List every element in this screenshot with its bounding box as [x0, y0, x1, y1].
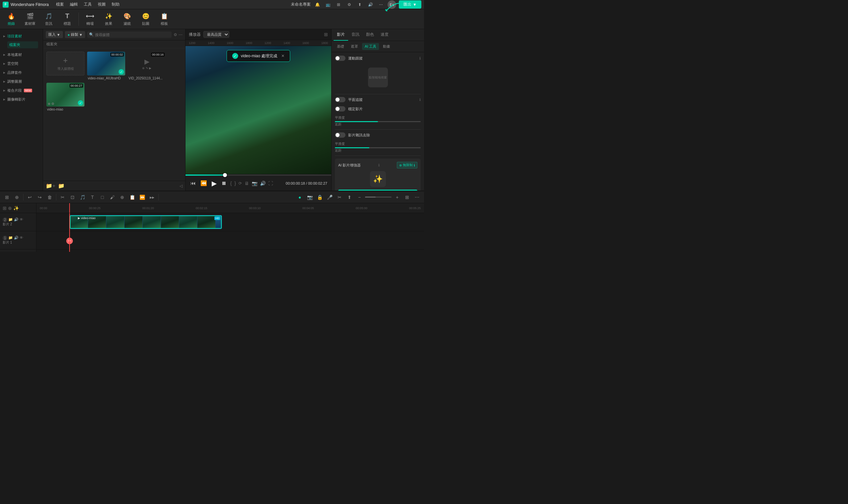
record-tl-button[interactable]: ●: [295, 193, 304, 201]
video2-eye-icon[interactable]: 👁: [20, 217, 23, 222]
screenshot-icon[interactable]: 📷: [252, 181, 257, 186]
tool-burn[interactable]: 🔥 燒錄: [3, 11, 20, 28]
sidebar-item-brand[interactable]: ▶ 品牌套件: [0, 68, 43, 77]
stop-button[interactable]: ⏹: [220, 179, 228, 187]
bracket-in[interactable]: {: [230, 181, 232, 186]
cam-button[interactable]: 📷: [306, 193, 314, 201]
copy-button[interactable]: ⊕: [118, 193, 126, 201]
layout-btn[interactable]: ⊞: [403, 193, 411, 201]
settings-icon[interactable]: ⚙: [345, 1, 353, 8]
record-button[interactable]: ● 錄製 ▼: [65, 31, 85, 38]
export-tl-button[interactable]: ⬆: [345, 193, 354, 201]
motion-tracking-info[interactable]: ℹ: [419, 56, 421, 60]
play-button[interactable]: ▶: [211, 178, 218, 188]
menu-help[interactable]: 制助: [109, 1, 122, 8]
tl-btn-3[interactable]: 🔒: [315, 193, 324, 201]
monitor-icon[interactable]: 🖥: [244, 181, 249, 186]
video1-folder-icon[interactable]: 📁: [8, 236, 13, 240]
video-clip[interactable]: ▶ video-miao HD: [70, 215, 222, 229]
tool-transition[interactable]: ⟷ 轉場: [82, 11, 99, 28]
sidebar-subfolder[interactable]: 檔案夾: [7, 41, 38, 48]
menu-edit[interactable]: 編輯: [67, 1, 81, 8]
list-item[interactable]: + 導入媒體檔: [46, 52, 85, 80]
subtab-ai[interactable]: AI 工具: [362, 43, 379, 50]
bell-icon[interactable]: 🔊: [366, 1, 374, 8]
sidebar-item-animoto[interactable]: ▶ 圖像轉影片: [0, 95, 43, 104]
shape-button[interactable]: □: [98, 193, 107, 201]
tab-video[interactable]: 影片: [333, 29, 348, 41]
screen-icon[interactable]: 📺: [324, 1, 332, 8]
tl-link-icon[interactable]: ⊕: [8, 205, 12, 211]
text-button[interactable]: T: [88, 193, 97, 201]
video2-speaker-icon[interactable]: 🔊: [14, 217, 19, 222]
sidebar-item-project[interactable]: ▶ 項目素材: [0, 32, 43, 41]
split-button[interactable]: ✂: [58, 193, 67, 201]
playback-mode-icon[interactable]: ⟳: [239, 181, 242, 186]
bracket-out[interactable]: }: [235, 181, 236, 186]
subtab-mask[interactable]: 遮罩: [348, 43, 361, 50]
sidebar-item-local[interactable]: ▶ 本地素材: [0, 50, 43, 59]
export-button[interactable]: 匯出 ▼: [399, 0, 421, 8]
video1-eye-icon[interactable]: 👁: [20, 236, 23, 240]
crop-button[interactable]: ⊡: [68, 193, 77, 201]
minus-btn[interactable]: −: [355, 193, 364, 201]
prev-frame-button[interactable]: ⏮: [189, 179, 197, 187]
upload-icon[interactable]: ⬆: [356, 1, 364, 8]
menu-view[interactable]: 視圖: [95, 1, 108, 8]
delete-button[interactable]: 🗑: [46, 193, 54, 201]
magnet-button[interactable]: ⊕: [13, 193, 21, 201]
smoothness-slider[interactable]: [335, 121, 421, 122]
collapse-panel-icon[interactable]: ◁: [179, 184, 183, 188]
search-input[interactable]: [95, 33, 170, 37]
stabilize-toggle[interactable]: [335, 106, 346, 111]
sidebar-item-cloud[interactable]: ▶ 雲空間: [0, 59, 43, 68]
progress-bar[interactable]: [186, 175, 331, 176]
tab-audio[interactable]: 音訊: [348, 29, 363, 41]
subtab-animation[interactable]: 動畫: [380, 43, 393, 50]
flat-tracking-info[interactable]: ℹ: [419, 97, 421, 102]
snap-button[interactable]: ⊞: [3, 193, 11, 201]
noise-remove-toggle[interactable]: [335, 132, 346, 138]
generate-button[interactable]: 產生: [338, 190, 417, 191]
flat-tracking-toggle[interactable]: [335, 97, 346, 102]
list-item[interactable]: 00:00:27 ⊕ ⚙ ✓ video-miao: [46, 83, 85, 111]
video1-speaker-icon[interactable]: 🔊: [14, 236, 19, 240]
unlimited-info[interactable]: ℹ: [414, 163, 415, 167]
trim-button[interactable]: ✂: [335, 193, 344, 201]
list-item[interactable]: 00:00:02 ✓ video-miao_AIUltraHD: [87, 52, 125, 80]
folder-add-icon[interactable]: 📁+: [46, 183, 55, 189]
sidebar-item-composite[interactable]: ▶ 複合片段 NEW: [0, 86, 43, 95]
import-media-thumb[interactable]: + 導入媒體檔: [46, 52, 85, 75]
apps-icon[interactable]: ⋯: [377, 1, 385, 8]
redo-button[interactable]: ↪: [35, 193, 44, 201]
toast-close[interactable]: ✕: [281, 54, 284, 58]
audio-button[interactable]: 🎵: [78, 193, 87, 201]
zoom-slider[interactable]: [365, 197, 392, 198]
list-item[interactable]: 00:00:16 ▶ ⊕ ✎ ▶ VID_20250119_1144...: [128, 52, 166, 80]
step-back-button[interactable]: ⏪: [200, 179, 208, 187]
grid-icon[interactable]: ⊞: [334, 1, 343, 8]
tool-sticker[interactable]: 😊 貼圖: [137, 11, 154, 28]
user-avatar[interactable]: Ea: [387, 0, 396, 9]
more-tl-button[interactable]: ▸▸: [148, 193, 156, 201]
tool-effect[interactable]: ✨ 效果: [100, 11, 117, 28]
video2-folder-icon[interactable]: 📁: [8, 217, 13, 222]
speed-button[interactable]: ⏩: [138, 193, 146, 201]
tab-color[interactable]: 顏色: [363, 29, 377, 41]
menu-file[interactable]: 檔案: [53, 1, 67, 8]
tool-template[interactable]: 📋 模板: [156, 11, 173, 28]
progress-thumb[interactable]: [223, 173, 227, 177]
import-button[interactable]: 匯入 ▼: [46, 31, 63, 38]
tool-audio[interactable]: 🎵 音訊: [40, 11, 57, 28]
filter-icon-btn[interactable]: ⚙: [174, 32, 177, 37]
tl-ai-icon[interactable]: ✨: [13, 205, 19, 211]
menu-tools[interactable]: 工具: [81, 1, 94, 8]
tl-scene-icon[interactable]: ⊞: [3, 205, 6, 211]
sidebar-item-adjust[interactable]: ▶ 調整圖層: [0, 77, 43, 86]
undo-button[interactable]: ↩: [25, 193, 34, 201]
more-icon-btn[interactable]: ⋯: [178, 32, 183, 37]
motion-tracking-toggle[interactable]: [335, 56, 346, 61]
volume-icon[interactable]: 🔊: [260, 181, 266, 186]
tab-speed[interactable]: 速度: [377, 29, 392, 41]
tool-media[interactable]: 🎬 素材庫: [21, 11, 39, 28]
